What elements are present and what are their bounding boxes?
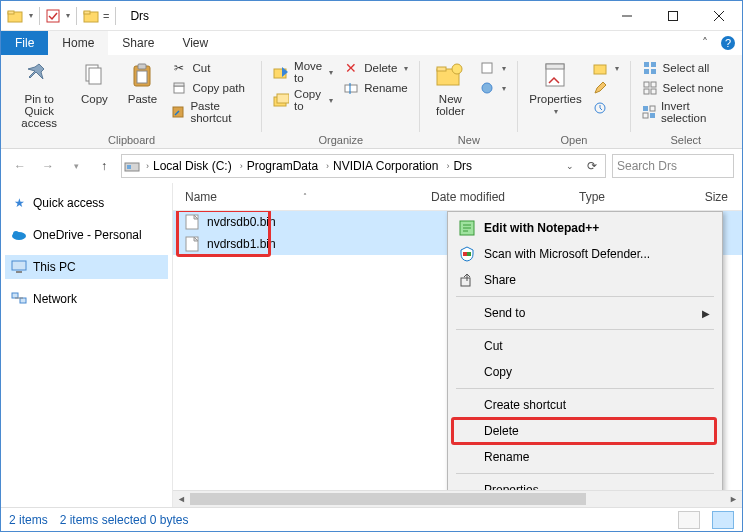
tab-file[interactable]: File: [1, 31, 48, 55]
open-icon: [592, 60, 608, 76]
invert-selection-button[interactable]: Invert selection: [638, 99, 734, 125]
svg-point-48: [13, 231, 19, 237]
col-name[interactable]: Name˄: [173, 190, 431, 204]
svg-rect-39: [644, 89, 649, 94]
svg-rect-41: [643, 106, 648, 111]
history-icon: [592, 100, 608, 116]
status-selected: 2 items selected 0 bytes: [60, 513, 189, 527]
history-button[interactable]: [588, 99, 623, 117]
cut-button[interactable]: ✂Cut: [167, 59, 254, 77]
col-size[interactable]: Size: [669, 190, 742, 204]
ribbon-collapse-icon[interactable]: ˄: [696, 31, 714, 55]
ctx-copy[interactable]: Copy: [450, 359, 720, 385]
edit-button[interactable]: [588, 79, 623, 97]
ctx-delete[interactable]: Delete: [450, 418, 720, 444]
copy-icon: [78, 59, 110, 91]
pin-quick-access-button[interactable]: Pin to Quick access: [9, 57, 69, 131]
delete-icon: ✕: [343, 60, 359, 76]
status-count: 2 items: [9, 513, 48, 527]
nav-network[interactable]: Network: [5, 287, 168, 311]
refresh-button[interactable]: ⟳: [581, 155, 603, 177]
new-item-button[interactable]: ▾: [475, 59, 510, 77]
select-none-button[interactable]: Select none: [638, 79, 734, 97]
col-type[interactable]: Type: [579, 190, 669, 204]
svg-rect-38: [651, 82, 656, 87]
context-menu: Edit with Notepad++ Scan with Microsoft …: [447, 211, 723, 490]
easy-access-button[interactable]: ▾: [475, 79, 510, 97]
copy-path-button[interactable]: Copy path: [167, 79, 254, 97]
back-button[interactable]: ←: [9, 155, 31, 177]
qat-customize-icon[interactable]: =: [103, 10, 109, 22]
tab-view[interactable]: View: [168, 31, 222, 55]
svg-rect-37: [644, 82, 649, 87]
address-bar[interactable]: ›Local Disk (C:) ›ProgramData ›NVIDIA Co…: [121, 154, 606, 178]
scroll-thumb[interactable]: [190, 493, 586, 505]
copy-button[interactable]: Copy: [71, 57, 117, 107]
up-button[interactable]: ↑: [93, 155, 115, 177]
chevron-down-icon: ▾: [502, 84, 506, 93]
svg-point-28: [482, 83, 492, 93]
svg-rect-34: [651, 62, 656, 67]
nav-quick-access[interactable]: ★Quick access: [5, 191, 168, 215]
col-date[interactable]: Date modified: [431, 190, 579, 204]
ctx-send-to[interactable]: Send to▶: [450, 300, 720, 326]
move-to-button[interactable]: Move to▾: [269, 59, 337, 85]
properties-qat-icon[interactable]: [46, 9, 60, 23]
qat-dropdown-icon[interactable]: ▾: [66, 11, 70, 20]
group-organize: Move to▾ Copy to▾ ✕Delete▾ Rename Organi…: [265, 57, 416, 148]
tab-home[interactable]: Home: [48, 31, 108, 55]
qat-dropdown-icon[interactable]: ▾: [29, 11, 33, 20]
ctx-create-shortcut[interactable]: Create shortcut: [450, 392, 720, 418]
share-icon: [458, 271, 476, 289]
title-bar: ▾ ▾ = Drs: [1, 1, 742, 31]
search-input[interactable]: Search Drs: [612, 154, 734, 178]
ctx-cut[interactable]: Cut: [450, 333, 720, 359]
crumb-1[interactable]: ›ProgramData: [236, 159, 320, 173]
ctx-edit-npp[interactable]: Edit with Notepad++: [450, 215, 720, 241]
folder-icon: [7, 8, 23, 24]
star-icon: ★: [11, 195, 27, 211]
view-details-button[interactable]: [678, 511, 700, 529]
ctx-scan[interactable]: Scan with Microsoft Defender...: [450, 241, 720, 267]
paste-button[interactable]: Paste: [119, 57, 165, 107]
ctx-rename[interactable]: Rename: [450, 444, 720, 470]
folder-icon: [83, 8, 99, 24]
svg-rect-21: [277, 94, 289, 103]
rename-button[interactable]: Rename: [339, 79, 412, 97]
copy-path-icon: [171, 80, 187, 96]
forward-button[interactable]: →: [37, 155, 59, 177]
open-button[interactable]: ▾: [588, 59, 623, 77]
nav-this-pc[interactable]: This PC: [5, 255, 168, 279]
nav-onedrive[interactable]: OneDrive - Personal: [5, 223, 168, 247]
delete-button[interactable]: ✕Delete▾: [339, 59, 412, 77]
recent-dropdown[interactable]: ▾: [65, 155, 87, 177]
ctx-properties[interactable]: Properties: [450, 477, 720, 490]
svg-rect-61: [467, 252, 471, 256]
properties-button[interactable]: Properties▾: [525, 57, 585, 118]
ribbon: Pin to Quick access Copy Paste ✂Cut Copy…: [1, 55, 742, 149]
scroll-right-icon[interactable]: ►: [725, 494, 742, 504]
minimize-button[interactable]: [604, 1, 650, 31]
window-title: Drs: [124, 9, 149, 23]
help-icon[interactable]: ?: [714, 31, 742, 55]
crumb-0[interactable]: ›Local Disk (C:): [142, 159, 234, 173]
ctx-share[interactable]: Share: [450, 267, 720, 293]
svg-rect-25: [437, 67, 446, 71]
file-list[interactable]: nvdrsdb0.bin BIN File nvdrsdb1.bin BIN F…: [173, 211, 742, 490]
maximize-button[interactable]: [650, 1, 696, 31]
view-large-button[interactable]: [712, 511, 734, 529]
addr-dropdown[interactable]: ⌄: [559, 155, 581, 177]
new-folder-button[interactable]: New folder: [427, 57, 473, 119]
sort-asc-icon: ˄: [303, 192, 307, 201]
crumb-3[interactable]: ›Drs: [442, 159, 474, 173]
crumb-2[interactable]: ›NVIDIA Corporation: [322, 159, 440, 173]
copy-to-button[interactable]: Copy to▾: [269, 87, 337, 113]
close-button[interactable]: [696, 1, 742, 31]
defender-icon: [458, 245, 476, 263]
scroll-left-icon[interactable]: ◄: [173, 494, 190, 504]
select-all-button[interactable]: Select all: [638, 59, 734, 77]
svg-rect-15: [137, 71, 147, 83]
h-scrollbar[interactable]: ◄ ►: [173, 490, 742, 507]
tab-share[interactable]: Share: [108, 31, 168, 55]
paste-shortcut-button[interactable]: Paste shortcut: [167, 99, 254, 125]
